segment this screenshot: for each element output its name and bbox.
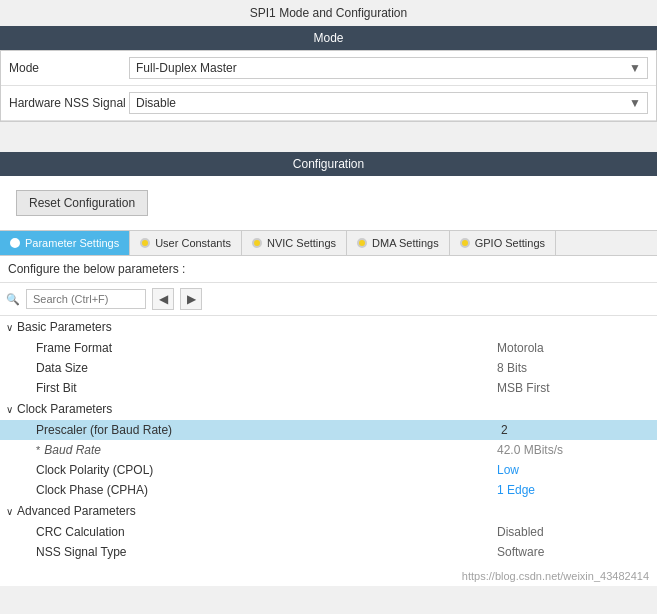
param-value-prescaler: 2 (497, 423, 657, 437)
tabs-row: Parameter Settings User Constants NVIC S… (0, 230, 657, 256)
tab-label-2: NVIC Settings (267, 237, 336, 249)
mode-section-header: Mode (0, 26, 657, 50)
next-button[interactable]: ▶ (180, 288, 202, 310)
params-table: ∨ Basic Parameters Frame Format Motorola… (0, 316, 657, 562)
param-name-clock-polarity: Clock Polarity (CPOL) (36, 463, 497, 477)
config-section-header: Configuration (0, 152, 657, 176)
param-frame-format[interactable]: Frame Format Motorola (0, 338, 657, 358)
tab-label-1: User Constants (155, 237, 231, 249)
tab-nvic-settings[interactable]: NVIC Settings (242, 231, 347, 255)
mode-row-0: Mode Full-Duplex Master ▼ (1, 51, 656, 86)
search-icon: 🔍 (6, 293, 20, 306)
prev-button[interactable]: ◀ (152, 288, 174, 310)
param-value-nss-signal-type: Software (497, 545, 657, 559)
param-first-bit[interactable]: First Bit MSB First (0, 378, 657, 398)
tab-parameter-settings[interactable]: Parameter Settings (0, 231, 130, 255)
tab-label-3: DMA Settings (372, 237, 439, 249)
group-label-basic: Basic Parameters (17, 320, 112, 334)
param-name-frame-format: Frame Format (36, 341, 497, 355)
param-name-clock-phase: Clock Phase (CPHA) (36, 483, 497, 497)
page-title: SPI1 Mode and Configuration (0, 0, 657, 26)
mode-select-1[interactable]: Disable ▼ (129, 92, 648, 114)
param-name-prescaler: Prescaler (for Baud Rate) (36, 423, 497, 437)
param-value-frame-format: Motorola (497, 341, 657, 355)
group-clock-parameters[interactable]: ∨ Clock Parameters (0, 398, 657, 420)
param-prescaler[interactable]: Prescaler (for Baud Rate) 2 (0, 420, 657, 440)
mode-value-1: Disable (136, 96, 176, 110)
param-nss-signal-type[interactable]: NSS Signal Type Software (0, 542, 657, 562)
dropdown-arrow-1: ▼ (629, 96, 641, 110)
tab-user-constants[interactable]: User Constants (130, 231, 242, 255)
group-label-advanced: Advanced Parameters (17, 504, 136, 518)
reset-config-button[interactable]: Reset Configuration (16, 190, 148, 216)
tab-dma-settings[interactable]: DMA Settings (347, 231, 450, 255)
param-clock-phase[interactable]: Clock Phase (CPHA) 1 Edge (0, 480, 657, 500)
param-name-crc-calculation: CRC Calculation (36, 525, 497, 539)
param-data-size[interactable]: Data Size 8 Bits (0, 358, 657, 378)
group-advanced-parameters[interactable]: ∨ Advanced Parameters (0, 500, 657, 522)
chevron-advanced: ∨ (6, 506, 13, 517)
param-crc-calculation[interactable]: CRC Calculation Disabled (0, 522, 657, 542)
param-value-data-size: 8 Bits (497, 361, 657, 375)
tab-dot-2 (252, 238, 262, 248)
param-name-first-bit: First Bit (36, 381, 497, 395)
config-section: Reset Configuration Parameter Settings U… (0, 176, 657, 586)
mode-label-0: Mode (9, 61, 129, 75)
tab-dot-0 (10, 238, 20, 248)
mode-label-1: Hardware NSS Signal (9, 96, 129, 110)
param-value-baud-rate: 42.0 MBits/s (497, 443, 657, 457)
tab-label-0: Parameter Settings (25, 237, 119, 249)
param-value-first-bit: MSB First (497, 381, 657, 395)
param-value-clock-polarity: Low (497, 463, 657, 477)
chevron-clock: ∨ (6, 404, 13, 415)
asterisk-baud-rate: * (36, 444, 40, 456)
tab-label-4: GPIO Settings (475, 237, 545, 249)
search-row: 🔍 ◀ ▶ (0, 283, 657, 316)
tab-dot-1 (140, 238, 150, 248)
param-baud-rate[interactable]: * Baud Rate 42.0 MBits/s (0, 440, 657, 460)
spacer (0, 122, 657, 152)
param-name-nss-signal-type: NSS Signal Type (36, 545, 497, 559)
mode-row-1: Hardware NSS Signal Disable ▼ (1, 86, 656, 121)
dropdown-arrow-0: ▼ (629, 61, 641, 75)
group-label-clock: Clock Parameters (17, 402, 112, 416)
configure-text: Configure the below parameters : (0, 256, 657, 283)
param-value-clock-phase: 1 Edge (497, 483, 657, 497)
param-clock-polarity[interactable]: Clock Polarity (CPOL) Low (0, 460, 657, 480)
mode-section: Mode Full-Duplex Master ▼ Hardware NSS S… (0, 50, 657, 122)
mode-select-0[interactable]: Full-Duplex Master ▼ (129, 57, 648, 79)
mode-value-0: Full-Duplex Master (136, 61, 237, 75)
tab-gpio-settings[interactable]: GPIO Settings (450, 231, 556, 255)
watermark: https://blog.csdn.net/weixin_43482414 (0, 562, 657, 586)
chevron-basic: ∨ (6, 322, 13, 333)
tab-dot-3 (357, 238, 367, 248)
group-basic-parameters[interactable]: ∨ Basic Parameters (0, 316, 657, 338)
param-name-baud-rate: Baud Rate (44, 443, 497, 457)
search-input[interactable] (26, 289, 146, 309)
param-value-crc-calculation: Disabled (497, 525, 657, 539)
param-name-data-size: Data Size (36, 361, 497, 375)
reset-btn-container: Reset Configuration (0, 176, 657, 230)
tab-dot-4 (460, 238, 470, 248)
